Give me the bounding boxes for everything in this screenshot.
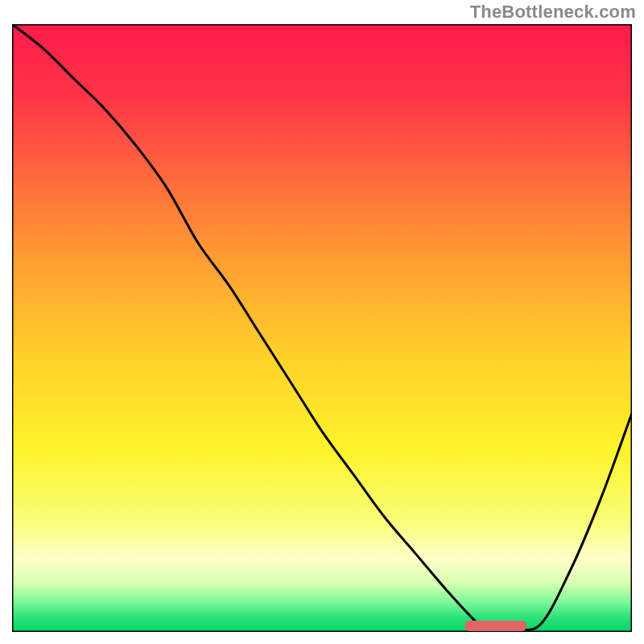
optimal-range-marker [464,621,526,631]
chart-svg [12,24,632,632]
chart-plot-area [12,24,632,632]
watermark-text: TheBottleneck.com [470,2,636,23]
chart-canvas: TheBottleneck.com [0,0,644,644]
gradient-background [12,24,632,632]
